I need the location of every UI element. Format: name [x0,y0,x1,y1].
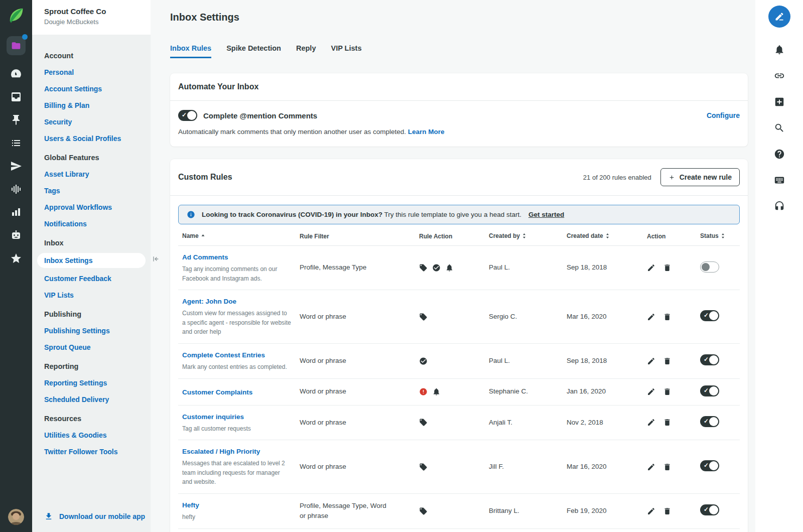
configure-link[interactable]: Configure [707,111,740,119]
dashboard-gauge-icon[interactable] [10,68,22,80]
column-header-created-by[interactable]: Created by [489,232,567,240]
sidebar-collapse-icon[interactable] [152,255,160,265]
link-icon[interactable] [774,70,785,81]
listening-waveform-icon[interactable] [10,183,22,195]
sidebar-item-personal[interactable]: Personal [44,68,74,76]
rule-name-link[interactable]: Customer Complaints [182,388,252,396]
bot-icon[interactable] [10,229,22,241]
search-icon[interactable] [774,122,785,134]
sidebar-item-notifications[interactable]: Notifications [44,220,87,228]
tag-icon [419,313,428,321]
download-mobile-app-link[interactable]: Download our mobile app [32,512,151,532]
sidebar-item-approval-workflows[interactable]: Approval Workflows [44,203,112,211]
edit-pencil-icon[interactable] [647,418,655,427]
bell-icon [445,263,454,272]
rule-filter: Word or phrase [300,418,399,428]
tab-reply[interactable]: Reply [296,44,316,58]
rule-name-link[interactable]: Complete Contest Entries [182,351,265,359]
rule-name-link[interactable]: Customer inquiries [182,413,244,421]
sort-both-icon [605,233,610,240]
rule-description: Tag any incoming comments on our Faceboo… [182,264,292,283]
keyboard-shortcuts-icon[interactable] [774,175,785,186]
edit-pencil-icon[interactable] [647,313,655,321]
rule-name-link[interactable]: Ad Comments [182,253,228,261]
help-icon[interactable] [774,149,785,160]
add-square-icon[interactable] [774,96,785,107]
compose-button[interactable] [768,6,790,28]
automate-toggle-label: Complete @mention Comments [203,111,317,120]
sidebar-item-customer-feedback[interactable]: Customer Feedback [44,275,111,283]
edit-pencil-icon[interactable] [647,387,655,396]
edit-pencil-icon[interactable] [647,507,655,515]
sort-both-icon [721,233,725,240]
feeds-list-icon[interactable] [10,137,22,149]
rule-status-toggle[interactable]: ✓ [700,385,719,396]
tab-vip-lists[interactable]: VIP Lists [331,44,361,58]
delete-trash-icon[interactable] [663,263,672,272]
rule-name-link[interactable]: Hefty [182,501,199,509]
sidebar-item-utilities-goodies[interactable]: Utilities & Goodies [44,431,106,439]
sprout-leaf-logo[interactable] [6,5,26,25]
column-header-created-date[interactable]: Created date [567,232,647,240]
sidebar-item-tags[interactable]: Tags [44,187,60,195]
rule-description: Mark any contest entries as completed. [182,362,292,372]
sidebar-item-inbox-settings[interactable]: Inbox Settings [37,253,146,268]
sidebar-item-publishing-settings[interactable]: Publishing Settings [44,327,110,335]
tag-icon [419,418,428,427]
created-by: Paul L. [489,356,567,366]
notifications-bell-icon[interactable] [774,44,785,55]
rule-status-toggle[interactable]: ✓ [700,416,719,427]
sidebar-item-asset-library[interactable]: Asset Library [44,170,89,178]
folder-nav-active[interactable] [7,36,26,55]
rule-status-toggle[interactable]: ✓ [700,310,719,321]
sidebar-item-reporting-settings[interactable]: Reporting Settings [44,379,107,387]
bell-icon [432,387,441,396]
edit-pencil-icon[interactable] [647,263,655,272]
rule-status-toggle[interactable]: ✓ [700,354,719,365]
complete-mention-comments-toggle[interactable]: ✓ [178,110,197,121]
delete-trash-icon[interactable] [663,357,672,365]
edit-pencil-icon[interactable] [647,357,655,365]
delete-trash-icon[interactable] [663,507,672,515]
user-name: Dougie McBuckets [44,18,143,26]
edit-pencil-icon[interactable] [647,463,655,471]
support-headset-icon[interactable] [774,201,785,212]
reviews-star-icon[interactable] [10,252,22,264]
delete-trash-icon[interactable] [663,387,672,396]
sidebar-item-billing-plan[interactable]: Billing & Plan [44,101,89,109]
rule-name-link[interactable]: Agent: John Doe [182,298,236,305]
rule-status-toggle[interactable]: ✓ [700,460,719,471]
rule-name-link[interactable]: Escalated / High Priority [182,448,260,455]
sidebar-item-security[interactable]: Security [44,118,72,126]
pin-icon[interactable] [10,114,22,126]
rule-filter: Profile, Message Type [300,262,399,273]
tab-inbox-rules[interactable]: Inbox Rules [170,44,211,58]
column-header-name[interactable]: Name [178,232,300,240]
sidebar-item-scheduled-delivery[interactable]: Scheduled Delivery [44,395,109,404]
plus-icon [668,174,675,181]
column-header-status[interactable]: Status [700,232,739,240]
rules-count-label: 21 of 200 rules enabled [583,174,651,181]
sidebar-item-twitter-follower-tools[interactable]: Twitter Follower Tools [44,448,117,456]
rule-status-toggle[interactable]: ✓ [700,504,719,515]
tab-spike-detection[interactable]: Spike Detection [226,44,281,58]
company-name: Sprout Coffee Co [44,7,143,16]
learn-more-link[interactable]: Learn More [408,128,445,136]
rule-status-toggle[interactable] [700,261,719,273]
user-avatar[interactable] [8,509,24,525]
created-date: Jan 16, 2020 [567,386,647,396]
delete-trash-icon[interactable] [663,313,672,321]
create-new-rule-button[interactable]: Create new rule [660,168,740,186]
rule-filter: Profile, Message Type, Word or phrase [300,501,399,521]
inbox-tray-icon[interactable] [10,91,22,103]
delete-trash-icon[interactable] [663,418,672,427]
sidebar-item-account-settings[interactable]: Account Settings [44,85,102,93]
rule-description: Custom view for messages assigned to a s… [182,309,292,337]
sidebar-item-sprout-queue[interactable]: Sprout Queue [44,343,91,351]
publish-plane-icon[interactable] [10,160,22,172]
sidebar-item-users-social-profiles[interactable]: Users & Social Profiles [44,135,121,143]
delete-trash-icon[interactable] [663,463,672,471]
sidebar-item-vip-lists[interactable]: VIP Lists [44,291,74,299]
reports-bar-chart-icon[interactable] [10,206,22,218]
get-started-link[interactable]: Get started [528,211,564,218]
